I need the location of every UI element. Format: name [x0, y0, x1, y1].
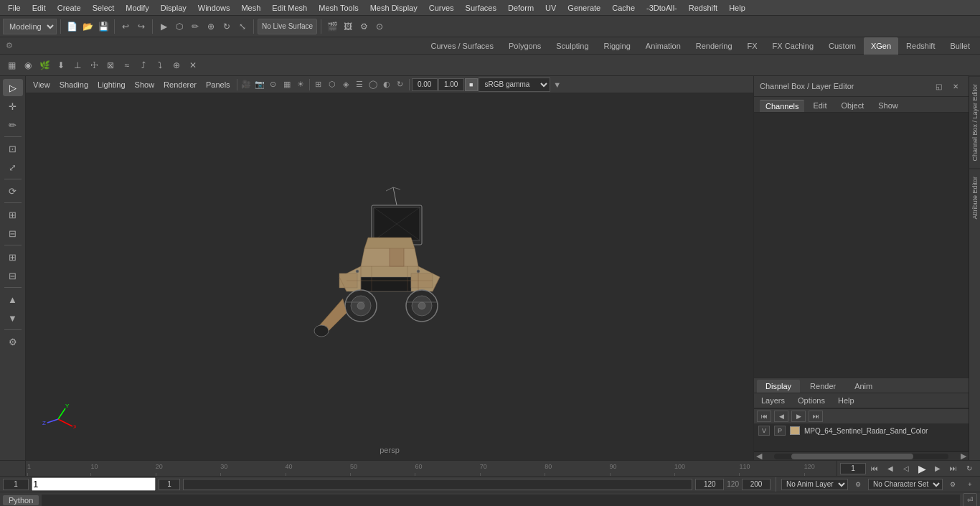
- layer-next-next-button[interactable]: ⏭: [809, 411, 823, 422]
- cb-tab-show[interactable]: Show: [872, 100, 904, 112]
- vp-coord-y[interactable]: [438, 78, 464, 91]
- dp-tab-display[interactable]: Display: [757, 380, 800, 393]
- vp-grid-icon[interactable]: ▦: [281, 78, 293, 91]
- ws-tab-rendering[interactable]: Rendering: [689, 37, 740, 55]
- cb-float-button[interactable]: ◱: [931, 79, 946, 93]
- range-end-input[interactable]: [695, 479, 724, 490]
- anim-layer-settings[interactable]: ⚙: [851, 477, 865, 492]
- xgen-icon5[interactable]: ⊥: [70, 58, 85, 72]
- char-set-settings[interactable]: ⚙: [946, 477, 960, 492]
- xgen-icon2[interactable]: ◉: [21, 58, 35, 72]
- minus-tool[interactable]: ⊟: [3, 267, 23, 284]
- xgen-icon10[interactable]: ⤵: [153, 58, 167, 72]
- menu-select[interactable]: Select: [88, 2, 120, 14]
- grid-tool[interactable]: ⊞: [3, 206, 23, 223]
- ws-tab-bullet[interactable]: Bullet: [943, 37, 977, 55]
- anim-field[interactable]: [183, 479, 692, 490]
- scroll-track[interactable]: [774, 454, 948, 459]
- vp-menu-panels[interactable]: Panels: [202, 79, 235, 90]
- select-tool-button[interactable]: ▶: [156, 19, 171, 34]
- ws-tab-polygons[interactable]: Polygons: [501, 37, 548, 55]
- ws-tab-fx[interactable]: FX: [740, 37, 765, 55]
- ipr-button[interactable]: 🖼: [341, 19, 355, 34]
- workspace-settings-icon[interactable]: ⚙: [3, 39, 16, 52]
- open-scene-button[interactable]: 📂: [80, 19, 95, 34]
- xgen-icon7[interactable]: ⊠: [103, 58, 118, 72]
- menu-edit[interactable]: Edit: [27, 2, 51, 14]
- ws-tab-fxcaching[interactable]: FX Caching: [765, 37, 821, 55]
- vp-smooth-icon[interactable]: ◈: [339, 78, 352, 91]
- gamma-select[interactable]: sRGB gamma: [479, 78, 550, 92]
- channel-box-side-tab[interactable]: Channel Box / Layer Editor: [969, 76, 980, 169]
- snap-tool[interactable]: ⊡: [3, 140, 23, 157]
- layers-menu-item[interactable]: Layers: [758, 395, 788, 406]
- vp-coord-x[interactable]: [412, 78, 438, 91]
- play-back-button[interactable]: ◁: [899, 462, 913, 476]
- help-menu-item[interactable]: Help: [835, 395, 857, 406]
- menu-create[interactable]: Create: [52, 2, 86, 14]
- layer-tool[interactable]: ⊟: [3, 225, 23, 242]
- layer-p-button[interactable]: P: [774, 426, 786, 436]
- undo-button[interactable]: ↩: [118, 19, 133, 34]
- save-scene-button[interactable]: 💾: [96, 19, 110, 34]
- vp-gamma-arrow[interactable]: ▼: [551, 78, 564, 91]
- render-view-button[interactable]: ⊙: [372, 19, 387, 34]
- dp-tab-anim[interactable]: Anim: [846, 380, 881, 393]
- menu-deform[interactable]: Deform: [503, 2, 539, 14]
- vp-menu-renderer[interactable]: Renderer: [159, 79, 201, 90]
- ws-tab-animation[interactable]: Animation: [639, 37, 688, 55]
- prev-key-button[interactable]: ⏮: [867, 462, 882, 476]
- vp-menu-show[interactable]: Show: [131, 79, 159, 90]
- transform-button[interactable]: ⊕: [204, 19, 218, 34]
- timeline-ruler[interactable]: 1 10 20 30 40 50 60 70 80 90 1: [26, 461, 837, 476]
- scroll-right-btn[interactable]: ▶: [958, 452, 969, 461]
- layer-next-button[interactable]: ▶: [791, 411, 806, 422]
- loop-button[interactable]: ↻: [962, 462, 976, 476]
- vp-light-icon[interactable]: ☀: [294, 78, 307, 91]
- ws-tab-custom[interactable]: Custom: [821, 37, 863, 55]
- render-button[interactable]: 🎬: [325, 19, 339, 34]
- vp-wire-icon[interactable]: ⬡: [326, 78, 339, 91]
- scroll-dn-tool[interactable]: ▼: [3, 309, 23, 327]
- vp-menu-view[interactable]: View: [29, 79, 55, 90]
- vp-layout-icon[interactable]: ⊞: [312, 78, 325, 91]
- char-set-extra[interactable]: +: [963, 477, 977, 492]
- scroll-left-btn[interactable]: ◀: [754, 452, 764, 461]
- ws-tab-rigging[interactable]: Rigging: [597, 37, 638, 55]
- attribute-editor-side-tab[interactable]: Attribute Editor: [969, 169, 980, 227]
- menu-mesh-tools[interactable]: Mesh Tools: [314, 2, 363, 14]
- vp-menu-lighting[interactable]: Lighting: [93, 79, 130, 90]
- anim-layer-select[interactable]: No Anim Layer: [781, 479, 848, 490]
- deform-tool[interactable]: ⤢: [3, 159, 23, 176]
- menu-uv[interactable]: UV: [540, 2, 561, 14]
- cb-tab-channels[interactable]: Channels: [760, 100, 804, 112]
- select-tool[interactable]: ▷: [3, 79, 23, 96]
- horizontal-scrollbar[interactable]: ◀ ▶: [754, 451, 969, 460]
- layer-prev-button[interactable]: ◀: [774, 411, 788, 422]
- ws-tab-curves[interactable]: Curves / Surfaces: [424, 37, 501, 55]
- move-tool[interactable]: ✛: [3, 98, 23, 115]
- menu-surfaces[interactable]: Surfaces: [461, 2, 501, 14]
- scale-button[interactable]: ⤡: [235, 19, 250, 34]
- ws-tab-xgen[interactable]: XGen: [864, 37, 898, 55]
- menu-windows[interactable]: Windows: [193, 2, 235, 14]
- options-menu-item[interactable]: Options: [795, 395, 828, 406]
- xgen-icon8[interactable]: ≈: [120, 58, 134, 72]
- settings-tool[interactable]: ⚙: [3, 333, 23, 350]
- cb-close-button[interactable]: ✕: [948, 79, 963, 93]
- playback-end-input[interactable]: [742, 479, 771, 490]
- play-forward-button[interactable]: ▶: [915, 462, 929, 476]
- plus-tool[interactable]: ⊞: [3, 248, 23, 266]
- xgen-icon11[interactable]: ⊕: [169, 58, 184, 72]
- paint-tool[interactable]: ✏: [3, 116, 23, 133]
- frame-start-input[interactable]: [3, 479, 29, 490]
- menu-edit-mesh[interactable]: Edit Mesh: [267, 2, 312, 14]
- frame-current-input[interactable]: [32, 477, 156, 491]
- layer-color-swatch[interactable]: [790, 426, 800, 435]
- python-label[interactable]: Python: [3, 495, 39, 505]
- ws-tab-redshift[interactable]: Redshift: [899, 37, 942, 55]
- vp-refresh-icon[interactable]: ↻: [394, 78, 407, 91]
- lasso-tool[interactable]: ⟳: [3, 182, 23, 200]
- lasso-button[interactable]: ⬡: [172, 19, 187, 34]
- vp-camera-icon[interactable]: 🎥: [240, 78, 253, 91]
